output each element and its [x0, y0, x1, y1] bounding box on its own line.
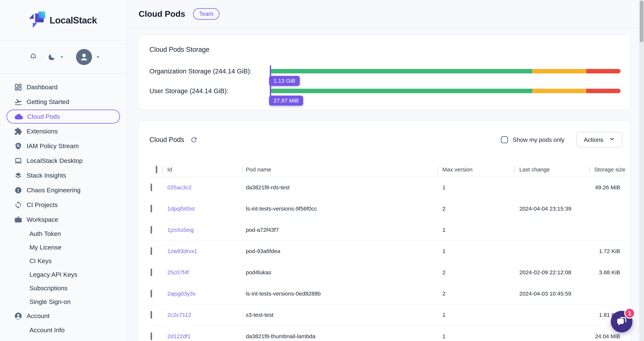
shield-search-icon: [14, 142, 22, 150]
page-title: Cloud Pods: [139, 9, 185, 19]
sidebar-item-stack-insights[interactable]: Stack Insights: [0, 168, 127, 183]
sidebar-item-label: Legacy API Keys: [30, 271, 77, 278]
sidebar-item-iam-policy-stream[interactable]: IAM Policy Stream: [0, 139, 127, 153]
pods-card-header: Cloud Pods Show my pods only Actions: [150, 132, 622, 147]
row-checkbox[interactable]: [150, 247, 152, 255]
pod-name: da3821f8-rds-test: [242, 184, 437, 190]
column-header-id[interactable]: Id: [162, 166, 242, 173]
max-version: 2: [437, 290, 514, 297]
usage-chip-label: 1.13 GiB: [269, 76, 300, 86]
row-checkbox[interactable]: [150, 184, 152, 191]
row-checkbox[interactable]: [150, 311, 152, 319]
column-header-storage-size[interactable]: Storage size: [589, 166, 628, 173]
pod-name: ls-int-tests-versions-9f56f0cc: [242, 206, 437, 212]
caret-down-icon[interactable]: [96, 54, 100, 60]
pods-table: Id Pod name Max version Last change Stor…: [150, 162, 622, 341]
row-checkbox[interactable]: [150, 268, 152, 276]
pod-id-link[interactable]: 2d122df1: [162, 333, 242, 340]
table-row: 1zw93drvx1pod-93a6fdea11.72 KiB: [150, 241, 622, 262]
table-row: 025ac3c2da3821f8-rds-test149.26 MiB: [150, 177, 622, 198]
last-change: 2024-04-04 23:15:39: [514, 206, 589, 212]
column-header-max-version[interactable]: Max version: [437, 166, 514, 173]
column-header-last-change[interactable]: Last change: [514, 166, 589, 173]
sidebar-subitem-account-info[interactable]: Account Info: [0, 323, 127, 337]
sidebar-item-dashboard[interactable]: Dashboard: [0, 80, 127, 94]
dashboard-icon: [14, 83, 22, 91]
sidebar-item-label: My License: [30, 244, 62, 251]
scrollbar-thumb[interactable]: [640, 0, 644, 42]
pod-id-link[interactable]: 1dpql565xt: [162, 206, 242, 212]
table-row: 25c07f4fpod4lukas22024-02-09 22:12:083.6…: [150, 262, 622, 283]
storage-segment-red: [586, 89, 620, 93]
pod-name: pod-93a6fdea: [242, 248, 437, 254]
sidebar-subitem-legacy-api-keys[interactable]: Legacy API Keys: [0, 268, 127, 281]
actions-button[interactable]: Actions: [576, 132, 622, 148]
sidebar-item-label: CI Keys: [30, 257, 52, 264]
pods-card-title: Cloud Pods: [150, 136, 184, 144]
theme-toggle-moon-icon[interactable]: [47, 52, 56, 62]
storage-row-label: Organization Storage (244.14 GiB):: [150, 68, 270, 75]
row-checkbox[interactable]: [150, 332, 152, 340]
row-checkbox[interactable]: [150, 226, 152, 234]
pod-id-link[interactable]: 1zw93drvx1: [162, 248, 242, 254]
actions-button-label: Actions: [584, 136, 604, 143]
show-my-pods-checkbox[interactable]: [501, 136, 508, 143]
briefcase-icon: [14, 216, 22, 224]
pod-id-link[interactable]: 2ajsg03y3v: [162, 290, 242, 297]
sidebar-item-chaos-engineering[interactable]: Chaos Engineering: [0, 183, 127, 198]
sidebar-subitem-auth-token[interactable]: Auth Token: [0, 227, 127, 240]
storage-bar: 27.97 MiB: [270, 89, 620, 93]
chevron-down-icon: [609, 136, 615, 144]
laptop-icon: [14, 157, 22, 165]
notifications-bell-icon[interactable]: [29, 53, 38, 61]
storage-segment-green: [270, 89, 532, 93]
sidebar-item-label: Getting Started: [27, 98, 69, 106]
page-scrollbar: [639, 0, 644, 341]
sidebar-item-localstack-desktop[interactable]: LocalStack Desktop: [0, 153, 127, 168]
sidebar-item-getting-started[interactable]: Getting Started: [0, 94, 127, 109]
main-area: Cloud Pods Team Cloud Pods Storage Organ…: [128, 0, 639, 341]
plane-icon: [14, 98, 22, 106]
sidebar-item-ci-projects[interactable]: CI Projects: [0, 198, 127, 212]
pod-id-link[interactable]: 1jzs5s5eqj: [162, 227, 242, 233]
sidebar-subitem-password-and-authentication[interactable]: Password and Authentication: [0, 337, 127, 341]
table-row: 2c2c7112s3-test-test11.81 KiB: [150, 304, 622, 326]
column-header-pod-name[interactable]: Pod name: [242, 166, 437, 173]
last-change: 2024-04-03 10:45:59: [514, 290, 589, 297]
select-all-checkbox[interactable]: [156, 166, 157, 173]
pod-name: s3-test-test: [242, 312, 437, 318]
table-row: 2d122df1da3821f8-thumbnail-lambda124.04 …: [150, 326, 622, 341]
sidebar-item-account[interactable]: Account: [0, 308, 127, 323]
storage-size: 49.26 MiB: [589, 184, 622, 190]
avatar[interactable]: [76, 49, 92, 65]
plan-badge: Team: [193, 8, 220, 20]
sidebar-subitem-ci-keys[interactable]: CI Keys: [0, 254, 127, 268]
row-checkbox[interactable]: [150, 290, 152, 298]
sidebar-nav: DashboardGetting StartedCloud PodsExtens…: [0, 74, 127, 341]
storage-card-title: Cloud Pods Storage: [150, 46, 620, 54]
sidebar-item-label: Workspace: [27, 216, 58, 223]
sidebar-subitem-single-sign-on[interactable]: Single Sign-on: [0, 295, 127, 308]
pod-id-link[interactable]: 25c07f4f: [162, 269, 242, 276]
table-row: 2ajsg03y3vls-int-tests-versions-0ed8288b…: [150, 283, 622, 304]
sidebar-item-cloud-pods[interactable]: Cloud Pods: [6, 110, 120, 124]
sidebar-item-workspace[interactable]: Workspace: [0, 212, 127, 227]
last-change: 2024-02-09 22:12:08: [514, 269, 589, 276]
logo-section: LocalStack: [0, 0, 127, 41]
sidebar-item-label: Cloud Pods: [27, 113, 60, 120]
sidebar-item-label: Stack Insights: [27, 172, 66, 179]
row-checkbox[interactable]: [150, 205, 152, 212]
sidebar-item-extensions[interactable]: Extensions: [0, 124, 127, 139]
caret-down-icon[interactable]: [59, 54, 64, 60]
octagon-alert-icon: [14, 186, 22, 194]
layers-icon: [14, 172, 22, 180]
refresh-icon[interactable]: [190, 136, 198, 144]
chat-launcher[interactable]: 1: [611, 311, 632, 332]
pods-card: Cloud Pods Show my pods only Actions: [138, 120, 631, 341]
sidebar-item-label: Single Sign-on: [30, 298, 70, 306]
usage-chip-label: 27.97 MiB: [269, 96, 303, 106]
sidebar-subitem-my-license[interactable]: My License: [0, 240, 127, 254]
pod-id-link[interactable]: 2c2c7112: [162, 312, 242, 318]
sidebar-subitem-subscriptions[interactable]: Subscriptions: [0, 281, 127, 295]
pod-id-link[interactable]: 025ac3c2: [162, 184, 242, 190]
